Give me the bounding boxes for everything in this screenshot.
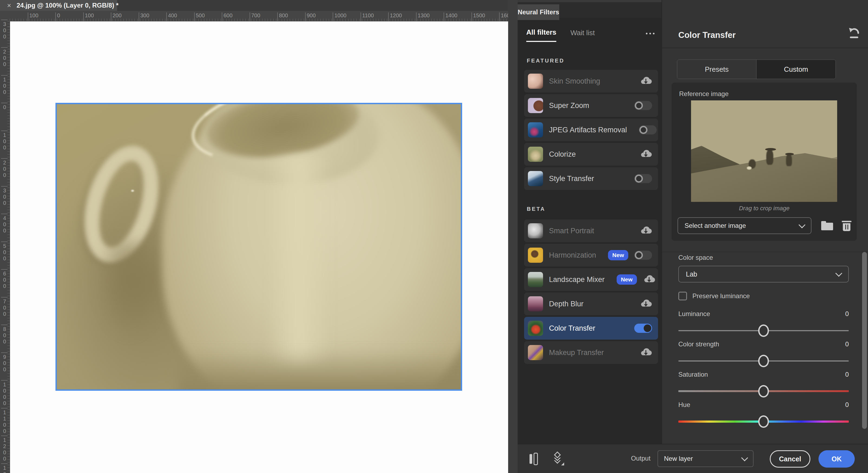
makeup-transfer-thumbnail bbox=[528, 345, 543, 360]
tab-custom[interactable]: Custom bbox=[756, 60, 836, 79]
ruler-mark: 0 bbox=[1, 103, 7, 111]
ruler-mark: 600 bbox=[222, 12, 232, 21]
ruler-mark: 1400 bbox=[444, 12, 458, 21]
slider-track-area bbox=[678, 385, 849, 398]
slider-header: Hue0 bbox=[678, 401, 849, 409]
document-tab-bar: × 24.jpg @ 100% (Layer 0, RGB/8) * bbox=[0, 0, 508, 11]
ruler-mark: 800 bbox=[1, 325, 7, 345]
panel-tab-label: Neural Filters bbox=[518, 8, 559, 16]
filter-row-jpeg-artifacts[interactable]: JPEG Artifacts Removal bbox=[524, 119, 658, 141]
document-canvas[interactable] bbox=[10, 21, 508, 473]
preserve-luminance-checkbox[interactable] bbox=[678, 292, 687, 301]
cancel-button[interactable]: Cancel bbox=[770, 450, 810, 468]
filters-subtabs: All filtersWait list bbox=[526, 27, 654, 43]
output-value: New layer bbox=[664, 455, 693, 463]
slider-value: 0 bbox=[845, 371, 849, 378]
slider-saturation: Saturation0 bbox=[678, 371, 849, 401]
canvas-image-pitcher[interactable] bbox=[56, 103, 462, 391]
ruler-mark: 900 bbox=[305, 12, 316, 21]
tab-presets[interactable]: Presets bbox=[677, 60, 756, 79]
chevron-down-icon bbox=[741, 454, 748, 461]
output-dropdown[interactable]: New layer bbox=[657, 450, 753, 467]
toggle-off[interactable] bbox=[639, 125, 657, 134]
section-divider bbox=[662, 252, 868, 252]
slider-label: Hue bbox=[678, 401, 690, 409]
filter-name: Makeup Transfer bbox=[549, 349, 604, 357]
slider-value: 0 bbox=[845, 401, 849, 409]
slider-knob[interactable] bbox=[758, 385, 769, 398]
ruler-mark: 1200 bbox=[1, 436, 7, 462]
trash-icon[interactable] bbox=[842, 220, 851, 231]
reference-figure-girl-hat bbox=[785, 153, 794, 155]
slider-luminance: Luminance0 bbox=[678, 310, 849, 340]
filter-row-color-transfer[interactable]: Color Transfer bbox=[524, 317, 658, 340]
filter-name: Style Transfer bbox=[549, 175, 594, 183]
toggle-off[interactable] bbox=[634, 101, 652, 110]
layers-stack-icon[interactable] bbox=[552, 452, 564, 466]
super-zoom-thumbnail bbox=[528, 98, 543, 113]
subtab-wait-list[interactable]: Wait list bbox=[570, 29, 595, 41]
toggle-off[interactable] bbox=[634, 251, 652, 260]
ok-button[interactable]: OK bbox=[818, 450, 855, 468]
section-label-featured: FEATURED bbox=[527, 58, 564, 64]
pitcher-speck-highlight bbox=[130, 189, 135, 192]
panel-scrollbar[interactable] bbox=[862, 252, 867, 429]
filters-list-body: All filtersWait list FEATURED Skin Smoot… bbox=[518, 18, 661, 444]
toggle-on[interactable] bbox=[634, 324, 652, 333]
preserve-luminance-row: Preserve luminance bbox=[678, 292, 750, 301]
ruler-mark: 0 bbox=[56, 12, 60, 21]
slider-color-strength: Color strength0 bbox=[678, 340, 849, 371]
chevron-down-icon bbox=[835, 270, 842, 277]
filter-row-harmonization[interactable]: HarmonizationNew bbox=[524, 244, 658, 266]
slider-value: 0 bbox=[845, 340, 849, 348]
ruler-mark: 100 bbox=[1, 75, 7, 95]
filter-row-colorize[interactable]: Colorize bbox=[524, 143, 658, 166]
filter-row-super-zoom[interactable]: Super Zoom bbox=[524, 94, 658, 117]
slider-knob[interactable] bbox=[758, 324, 769, 337]
ruler-mark: 900 bbox=[1, 353, 7, 373]
depth-blur-thumbnail bbox=[528, 296, 543, 311]
ruler-mark: 400 bbox=[1, 214, 7, 234]
cloud-download-icon[interactable] bbox=[640, 149, 652, 160]
preview-split-icon[interactable] bbox=[529, 452, 540, 466]
filter-row-smart-portrait[interactable]: Smart Portrait bbox=[524, 219, 658, 242]
filter-row-makeup-transfer[interactable]: Makeup Transfer bbox=[524, 341, 658, 364]
folder-icon[interactable] bbox=[821, 221, 833, 230]
filter-row-skin-smoothing[interactable]: Skin Smoothing bbox=[524, 70, 658, 93]
cloud-download-icon[interactable] bbox=[640, 75, 652, 87]
reference-image[interactable] bbox=[691, 100, 837, 202]
cloud-download-icon[interactable] bbox=[640, 347, 652, 358]
select-another-image-dropdown[interactable]: Select another image bbox=[678, 217, 811, 234]
cloud-download-icon[interactable] bbox=[640, 225, 652, 236]
slider-knob[interactable] bbox=[758, 415, 769, 428]
filter-row-depth-blur[interactable]: Depth Blur bbox=[524, 292, 658, 315]
featured-filter-list: Skin SmoothingSuper ZoomJPEG Artifacts R… bbox=[524, 70, 658, 192]
cloud-download-icon[interactable] bbox=[640, 298, 652, 310]
ruler-mark: 1500 bbox=[472, 12, 486, 21]
color-space-value: Lab bbox=[686, 270, 697, 278]
close-icon[interactable]: × bbox=[7, 2, 11, 9]
ruler-mark: 1300 bbox=[1, 464, 7, 473]
detail-panel-title: Color Transfer bbox=[678, 30, 736, 40]
subtab-all-filters[interactable]: All filters bbox=[526, 28, 556, 42]
slider-knob[interactable] bbox=[758, 355, 769, 367]
slider-value: 0 bbox=[845, 310, 849, 318]
photoshop-neural-filters-window: × 24.jpg @ 100% (Layer 0, RGB/8) * 10001… bbox=[0, 0, 868, 473]
slider-label: Luminance bbox=[678, 310, 710, 318]
toggle-knob bbox=[635, 175, 643, 183]
document-tab[interactable]: × 24.jpg @ 100% (Layer 0, RGB/8) * bbox=[0, 0, 117, 11]
cloud-download-icon[interactable] bbox=[643, 274, 655, 285]
ruler-mark: 600 bbox=[1, 269, 7, 289]
reset-filter-icon[interactable] bbox=[846, 27, 862, 42]
color-space-dropdown[interactable]: Lab bbox=[678, 266, 849, 283]
filter-row-style-transfer[interactable]: Style Transfer bbox=[524, 167, 658, 190]
toggle-off[interactable] bbox=[634, 174, 652, 183]
more-options-icon[interactable] bbox=[646, 33, 654, 37]
slider-header: Color strength0 bbox=[678, 340, 849, 348]
filter-row-landscape-mixer[interactable]: Landscape MixerNew bbox=[524, 268, 658, 291]
reference-image-actions: Select another image bbox=[678, 217, 851, 234]
output-label: Output bbox=[631, 454, 650, 462]
filter-name: Color Transfer bbox=[549, 324, 595, 333]
skin-smoothing-thumbnail bbox=[528, 73, 543, 89]
ruler-mark: 700 bbox=[1, 297, 7, 317]
